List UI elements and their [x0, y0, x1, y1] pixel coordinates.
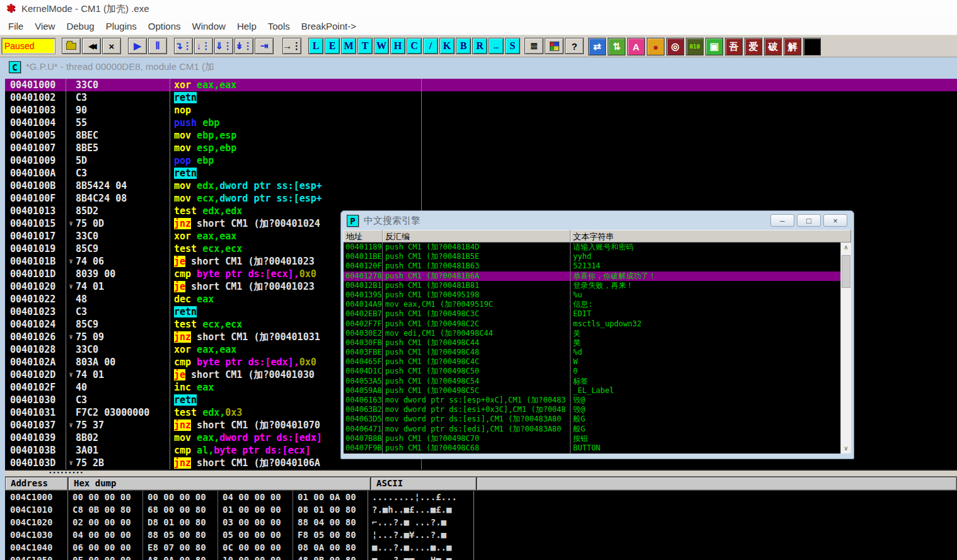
string-row[interactable]: 00406471mov dword ptr ds:[edi],CM1 (加?00…	[344, 425, 840, 434]
string-row[interactable]: 00402F7Fpush CM1 (加?00498C2Cmsctls_updow…	[344, 319, 840, 329]
disasm-row[interactable]: 00401002C3retn	[5, 91, 957, 104]
string-list[interactable]: 00401189push CM1 (加?00481B4D请输入账号和密码0040…	[344, 243, 840, 454]
menu-item-file[interactable]: File	[3, 19, 29, 33]
restart-button[interactable]: ◀◀	[82, 38, 101, 54]
letter-button-slash[interactable]: /	[423, 38, 438, 54]
disasm-row[interactable]: 004010058BECmov ebp,esp	[5, 129, 957, 142]
dump-row[interactable]: 004C104006 00 00 00E8 07 00 800C 00 00 0…	[5, 541, 957, 554]
letter-button-T[interactable]: T	[357, 38, 373, 54]
disasm-row[interactable]: 0040100390nop	[5, 104, 957, 117]
letter-button-dots[interactable]: ...	[489, 38, 504, 54]
target-icon[interactable]: ◎	[666, 38, 684, 55]
letter-button-S[interactable]: S	[505, 38, 520, 54]
string-row[interactable]: 00401278push CM1 (加?00481B6A恭喜你，你破解成功了！	[344, 271, 840, 281]
disasm-row[interactable]: 004010078BE5mov esp,ebp	[5, 142, 957, 154]
string-row[interactable]: 00402EB7push CM1 (加?00498C3CEDIT	[344, 309, 840, 319]
menu-item-options[interactable]: Options	[142, 19, 187, 33]
disasm-row[interactable]: 004010095Dpop ebp	[5, 154, 957, 167]
string-row[interactable]: 0040465Fpush CM1 (加?00498C4CW	[344, 357, 840, 367]
appearance-button[interactable]	[545, 38, 564, 54]
disasm-row[interactable]: 0040100033C0xor eax,eax	[5, 79, 957, 91]
pause-button[interactable]: Ⅱ	[148, 38, 167, 54]
letter-button-E[interactable]: E	[325, 38, 340, 54]
letter-button-H[interactable]: H	[390, 38, 405, 54]
binary-code-icon[interactable]: 010	[686, 38, 704, 55]
letter-button-M[interactable]: M	[341, 38, 356, 54]
menu-item-breakpoint[interactable]: BreakPoint->	[296, 19, 362, 33]
string-row[interactable]: 004014A9mov eax,CM1 (加?0049519C信息:	[344, 300, 840, 309]
up-down-arrows-icon[interactable]: ⇅	[608, 38, 625, 55]
disasm-row[interactable]: 0040100B8B5424 04mov edx,dword ptr ss:[e…	[5, 180, 957, 192]
scroll-down-arrow[interactable]: ∨	[841, 443, 851, 454]
string-row[interactable]: 004059A8push CM1 (加?00498C5C_EL_Label	[344, 386, 840, 396]
dump-pane[interactable]: 004C100000 00 00 0000 00 00 0004 00 00 0…	[5, 491, 957, 560]
letter-button-K[interactable]: K	[439, 38, 455, 54]
dump-row[interactable]: 004C10500E 00 00 00A8 0A 00 8010 00 00 0…	[5, 554, 957, 560]
dump-header-address[interactable]: Address	[5, 477, 68, 491]
menu-item-help[interactable]: Help	[231, 19, 262, 33]
dump-row[interactable]: 004C102002 00 00 00D8 01 00 8003 00 00 0…	[5, 516, 957, 529]
dump-header-hex[interactable]: Hex dump	[68, 477, 371, 491]
letter-a-icon[interactable]: A	[627, 38, 645, 55]
monitor-icon[interactable]: ▣	[705, 38, 723, 55]
string-row[interactable]: 004053A5push CM1 (加?00498C54标签	[344, 377, 840, 386]
dump-row[interactable]: 004C103004 00 00 0088 05 00 8005 00 00 0…	[5, 529, 957, 541]
close-button[interactable]: ×	[823, 214, 847, 227]
string-row[interactable]: 004030FBpush CM1 (加?00498C44昊	[344, 338, 840, 348]
animate-over-button[interactable]: ↡⋮	[235, 38, 253, 54]
menu-item-debug[interactable]: Debug	[61, 19, 100, 33]
string-row[interactable]: 00404D1Cpush CM1 (加?00498C500	[344, 367, 840, 376]
string-row[interactable]: 00408174push CM1 (加?00498C78	[344, 453, 840, 454]
string-row[interactable]: 00407B8Bpush CM1 (加?00498C70按钮	[344, 434, 840, 443]
menu-item-plugins[interactable]: Plugins	[100, 19, 142, 33]
jie-icon[interactable]: 解	[784, 38, 801, 55]
menu-item-window[interactable]: Window	[187, 19, 231, 33]
help-button[interactable]: ?	[565, 38, 584, 54]
restore-button[interactable]: □	[797, 214, 821, 227]
letter-button-B[interactable]: B	[456, 38, 471, 54]
menu-item-tools[interactable]: Tools	[262, 19, 296, 33]
letter-button-C[interactable]: C	[407, 38, 422, 54]
minimize-button[interactable]: –	[770, 214, 794, 227]
letter-button-R[interactable]: R	[472, 38, 487, 54]
open-file-button[interactable]	[62, 38, 81, 54]
column-header-textstring[interactable]: 文本字符串	[571, 230, 851, 243]
string-row[interactable]: 00401189push CM1 (加?00481B4D请输入账号和密码	[344, 243, 840, 252]
column-header-disassembly[interactable]: 反汇编	[383, 230, 571, 243]
disasm-row[interactable]: 0040100F8B4C24 08mov ecx,dword ptr ss:[e…	[5, 192, 957, 205]
popup-titlebar[interactable]: P 中文搜索引擎 – □ ×	[341, 211, 854, 230]
string-row[interactable]: 004030E2mov edi,CM1 (加?00498C44吴	[344, 329, 840, 338]
close-button[interactable]: ×	[102, 38, 121, 54]
disasm-row[interactable]: 0040100AC3retn	[5, 167, 957, 180]
step-into-button[interactable]: ↴⋮	[174, 38, 193, 54]
ai-icon[interactable]: 爱	[745, 38, 762, 55]
wu-icon[interactable]: 吾	[725, 38, 743, 55]
string-row[interactable]: 00406163mov dword ptr ss:[esp+0xC],CM1 (…	[344, 396, 840, 405]
record-dot-icon[interactable]: ●	[647, 38, 664, 55]
string-row[interactable]: 004011BEpush CM1 (加?00481B5Eyyhd	[344, 252, 840, 261]
string-row[interactable]: 00407F9Bpush CM1 (加?00498C68BUTTON	[344, 443, 840, 453]
scroll-thumb[interactable]	[842, 255, 850, 288]
dump-row[interactable]: 004C1010C8 0B 00 8068 00 00 8001 00 00 0…	[5, 503, 957, 516]
black-square-icon[interactable]	[803, 38, 821, 55]
log-window-button[interactable]: ≣	[525, 38, 543, 54]
scroll-up-arrow[interactable]: ∧	[841, 243, 851, 253]
pane-splitter[interactable]: ▪▪▪▪▪▪▪▪▪	[5, 469, 957, 477]
execute-till-return-button[interactable]: ⇥	[255, 38, 274, 54]
column-header-address[interactable]: 地址	[344, 230, 383, 243]
sync-arrows-icon[interactable]: ⇄	[588, 38, 606, 55]
letter-button-W[interactable]: W	[374, 38, 389, 54]
animate-into-button[interactable]: ⇓⋮	[214, 38, 233, 54]
string-row[interactable]: 00401395push CM1 (加?00495198%u	[344, 290, 840, 300]
string-row[interactable]: 004063D5mov dword ptr ds:[esi],CM1 (加?00…	[344, 414, 840, 424]
menu-item-view[interactable]: View	[29, 19, 61, 33]
string-row[interactable]: 00403FBEpush CM1 (加?00498C48%d	[344, 348, 840, 357]
step-over-button[interactable]: ↓⋮	[194, 38, 213, 54]
string-row[interactable]: 0040120Fpush CM1 (加?00481B63521314	[344, 261, 840, 271]
scrollbar[interactable]: ∧ ∨	[840, 243, 851, 454]
dump-header-ascii[interactable]: ASCII	[371, 477, 477, 491]
dump-row[interactable]: 004C100000 00 00 0000 00 00 0004 00 00 0…	[5, 491, 957, 503]
disasm-row[interactable]: 0040100455push ebp	[5, 117, 957, 129]
run-button[interactable]: ▶	[128, 38, 147, 54]
po-icon[interactable]: 破	[764, 38, 782, 55]
